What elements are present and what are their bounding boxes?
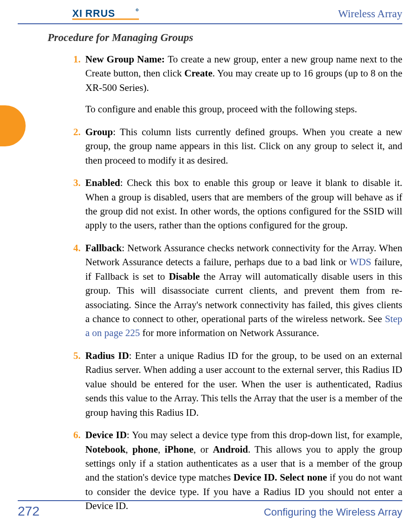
item-text: : Check this box to enable this group or… [85, 177, 402, 231]
item-number: 5. [67, 349, 81, 363]
item-number: 1. [67, 52, 81, 66]
list-item: 3. Enabled: Check this box to enable thi… [85, 176, 402, 233]
item-bold: Create [185, 68, 213, 79]
item-paragraph: To configure and enable this group, proc… [85, 102, 402, 116]
item-label-bold: Fallback [85, 242, 122, 254]
item-number: 4. [67, 241, 81, 255]
item-text: : This column lists currently defined gr… [85, 126, 402, 166]
list-item: 2. Group: This column lists currently de… [85, 125, 402, 167]
item-paragraph: New Group Name: To create a new group, e… [85, 52, 402, 95]
item-label-bold: Radius ID [85, 350, 129, 361]
item-number: 2. [67, 125, 81, 139]
item-paragraph: Enabled: Check this box to enable this g… [85, 176, 402, 233]
item-paragraph: Fallback: Network Assurance checks netwo… [85, 241, 402, 340]
item-paragraph: Group: This column lists currently defin… [85, 125, 402, 167]
svg-text:XI: XI [72, 8, 83, 19]
page-number: 272 [18, 504, 40, 519]
list-item: 4. Fallback: Network Assurance checks ne… [85, 241, 402, 340]
item-label-bold: Group [85, 126, 113, 138]
item-label-bold: Enabled [85, 177, 120, 188]
page-header: XI RRUS R Wireless Array [0, 7, 420, 21]
item-bold: Disable [169, 271, 200, 282]
item-bold: Device ID. Select none [234, 472, 327, 483]
side-tab-decoration [0, 105, 26, 146]
item-text: , [158, 444, 165, 455]
item-text: for more information on Network Assuranc… [140, 327, 319, 338]
header-doc-title: Wireless Array [338, 8, 402, 20]
section-heading: Procedure for Managing Groups [48, 32, 193, 44]
item-paragraph: Radius ID: Enter a unique Radius ID for … [85, 349, 402, 420]
item-bold: Android [213, 444, 248, 455]
page-footer: 272 Configuring the Wireless Array [18, 504, 402, 519]
footer-section-title: Configuring the Wireless Array [264, 506, 402, 518]
item-bold: Notebook [85, 444, 125, 455]
item-number: 3. [67, 176, 81, 190]
procedure-list: 1. New Group Name: To create a new group… [85, 52, 402, 522]
svg-text:RRUS: RRUS [85, 8, 115, 19]
list-item: 1. New Group Name: To create a new group… [85, 52, 402, 117]
item-text: : You may select a device type from this… [127, 429, 402, 441]
item-bold: phone [132, 444, 158, 455]
header-rule [18, 23, 402, 24]
item-text: , [125, 444, 132, 455]
item-text: : Enter a unique Radius ID for the group… [85, 350, 402, 418]
brand-logo: XI RRUS R [72, 7, 140, 21]
item-bold: iPhone [165, 444, 193, 455]
item-number: 6. [67, 428, 81, 442]
wds-link[interactable]: WDS [350, 256, 372, 268]
item-text: , or [193, 444, 213, 455]
svg-text:R: R [136, 9, 138, 11]
footer-rule [18, 500, 402, 501]
item-label-bold: New Group Name: [85, 54, 168, 65]
list-item: 5. Radius ID: Enter a unique Radius ID f… [85, 349, 402, 420]
item-label-bold: Device ID [85, 429, 127, 441]
